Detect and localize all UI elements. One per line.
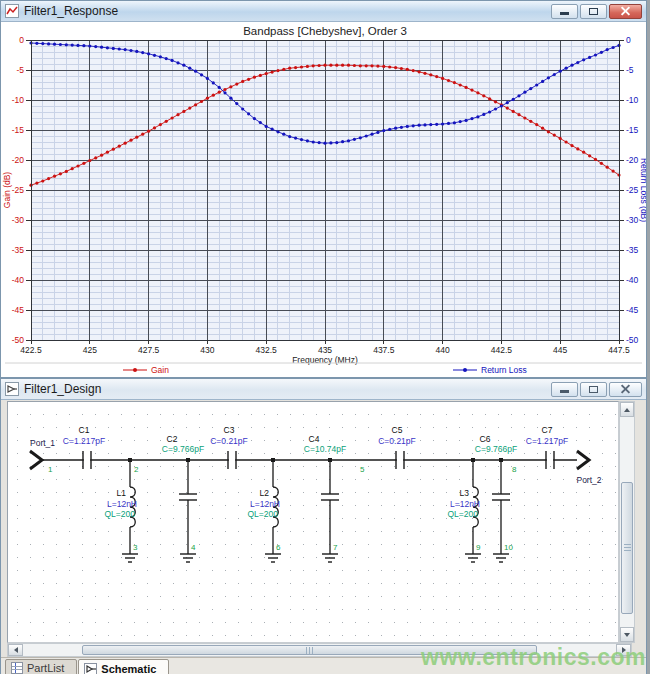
svg-text:C=9.766pF: C=9.766pF: [162, 444, 204, 454]
svg-text:427.5: 427.5: [138, 345, 160, 355]
close-icon: [620, 385, 631, 394]
arrow-left-icon: [14, 647, 18, 653]
junction-dot: [499, 458, 503, 462]
horizontal-scroll-thumb[interactable]: [82, 645, 537, 655]
legend-gain: Gain: [123, 365, 169, 375]
scroll-left-button[interactable]: [8, 644, 23, 656]
vertical-scrollbar[interactable]: [619, 401, 635, 643]
svg-text:0: 0: [626, 35, 631, 45]
svg-text:435: 435: [318, 345, 332, 355]
port-2[interactable]: Port_2: [576, 451, 601, 485]
vertical-scroll-thumb[interactable]: [621, 482, 633, 614]
svg-text:C3: C3: [224, 425, 235, 435]
tab-partlist-label: PartList: [27, 662, 64, 674]
maximize-icon: [589, 386, 598, 393]
node-label: 3: [133, 543, 138, 552]
svg-text:-35: -35: [626, 245, 639, 255]
svg-text:C=0.21pF: C=0.21pF: [378, 436, 416, 446]
svg-text:-10: -10: [12, 95, 25, 105]
svg-text:Port_2: Port_2: [576, 475, 601, 485]
svg-text:437.5: 437.5: [373, 345, 395, 355]
tab-partlist[interactable]: PartList: [5, 659, 77, 674]
svg-text:425: 425: [83, 345, 97, 355]
svg-text:C=0.21pF: C=0.21pF: [210, 436, 248, 446]
svg-text:C5: C5: [392, 425, 403, 435]
svg-text:-40: -40: [12, 275, 25, 285]
junction-dot: [328, 458, 332, 462]
capacitor-c2[interactable]: C2C=9.766pF4: [162, 434, 204, 562]
minimize-icon: [560, 390, 569, 393]
inductor-l3[interactable]: L3L=12nHQL=2009: [448, 460, 482, 562]
svg-text:-25: -25: [12, 185, 25, 195]
schematic-icon: [84, 663, 97, 674]
svg-text:QL=200: QL=200: [448, 509, 479, 519]
tab-schematic[interactable]: Schematic: [78, 659, 169, 674]
response-chart: Bandpass [Chebyshev], Order 3422.5425427…: [1, 22, 646, 378]
junction-dot: [128, 458, 132, 462]
svg-text:QL=200: QL=200: [105, 509, 136, 519]
minimize-icon: [560, 12, 569, 15]
svg-text:422.5: 422.5: [20, 345, 42, 355]
svg-text:-5: -5: [16, 65, 24, 75]
capacitor-c3[interactable]: C3C=0.21pF: [210, 425, 248, 469]
svg-text:-30: -30: [12, 215, 25, 225]
svg-text:-50: -50: [12, 335, 25, 345]
capacitor-c6[interactable]: C6C=9.766pF10: [475, 434, 517, 562]
chart-title: Bandpass [Chebyshev], Order 3: [243, 25, 407, 37]
svg-text:-45: -45: [12, 305, 25, 315]
right-axis-label: Return Loss (dB): [639, 158, 646, 222]
schematic-canvas[interactable]: Port_1Port_2C1C=1.217pFC3C=0.21pFC5C=0.2…: [7, 401, 619, 643]
scroll-right-button[interactable]: [616, 644, 631, 656]
close-icon: [620, 7, 631, 16]
inductor-l2[interactable]: L2L=12nHQL=2006: [248, 460, 282, 562]
inductor-l1[interactable]: L1L=12nHQL=2003: [105, 460, 139, 562]
left-axis-label: Gain (dB): [2, 172, 12, 209]
svg-text:-40: -40: [626, 275, 639, 285]
design-window-icon: [5, 382, 19, 396]
design-titlebar[interactable]: Filter1_Design: [1, 379, 646, 400]
tab-bar: PartList Schematic: [1, 657, 646, 674]
svg-text:432.5: 432.5: [256, 345, 278, 355]
response-maximize-button[interactable]: [580, 4, 607, 19]
capacitor-c1[interactable]: C1C=1.217pF: [63, 425, 105, 469]
svg-text:C=1.217pF: C=1.217pF: [63, 436, 105, 446]
svg-text:442.5: 442.5: [491, 345, 513, 355]
design-maximize-button[interactable]: [580, 382, 607, 397]
capacitor-c5[interactable]: C5C=0.21pF: [378, 425, 416, 469]
svg-text:-45: -45: [626, 305, 639, 315]
response-titlebar[interactable]: Filter1_Response: [1, 1, 646, 22]
capacitor-c7[interactable]: C7C=1.217pF: [526, 425, 568, 469]
junction-dot: [271, 458, 275, 462]
design-close-button[interactable]: [609, 382, 642, 397]
response-minimize-button[interactable]: [551, 4, 578, 19]
svg-text:-25: -25: [626, 185, 639, 195]
thumb-grip: [306, 647, 314, 654]
svg-text:L=12nH: L=12nH: [250, 499, 280, 509]
svg-text:C6: C6: [480, 434, 491, 444]
svg-text:-35: -35: [12, 245, 25, 255]
node-label: 4: [191, 543, 196, 552]
partlist-icon: [11, 662, 23, 674]
svg-text:C=9.766pF: C=9.766pF: [475, 444, 517, 454]
maximize-icon: [589, 8, 598, 15]
node-label: 1: [48, 465, 53, 474]
capacitor-c4[interactable]: C4C=10.74pF7: [304, 434, 346, 562]
design-minimize-button[interactable]: [551, 382, 578, 397]
svg-text:QL=200: QL=200: [248, 509, 279, 519]
svg-text:440: 440: [436, 345, 450, 355]
svg-text:-30: -30: [626, 215, 639, 225]
svg-text:Return Loss: Return Loss: [481, 365, 527, 375]
svg-text:C2: C2: [167, 434, 178, 444]
scroll-up-button[interactable]: [620, 402, 634, 417]
response-close-button[interactable]: [609, 4, 642, 19]
svg-text:0: 0: [19, 35, 24, 45]
scroll-down-button[interactable]: [620, 627, 634, 642]
horizontal-scrollbar[interactable]: [7, 643, 632, 657]
svg-text:-50: -50: [626, 335, 639, 345]
arrow-up-icon: [624, 408, 630, 412]
svg-text:C7: C7: [542, 425, 553, 435]
svg-text:445: 445: [553, 345, 567, 355]
window-filter1-design: Filter1_Design Port_1Port_2C1C=1.217pFC3…: [0, 378, 647, 674]
svg-text:L=12nH: L=12nH: [450, 499, 480, 509]
design-client-area: Port_1Port_2C1C=1.217pFC3C=0.21pFC5C=0.2…: [1, 400, 646, 673]
